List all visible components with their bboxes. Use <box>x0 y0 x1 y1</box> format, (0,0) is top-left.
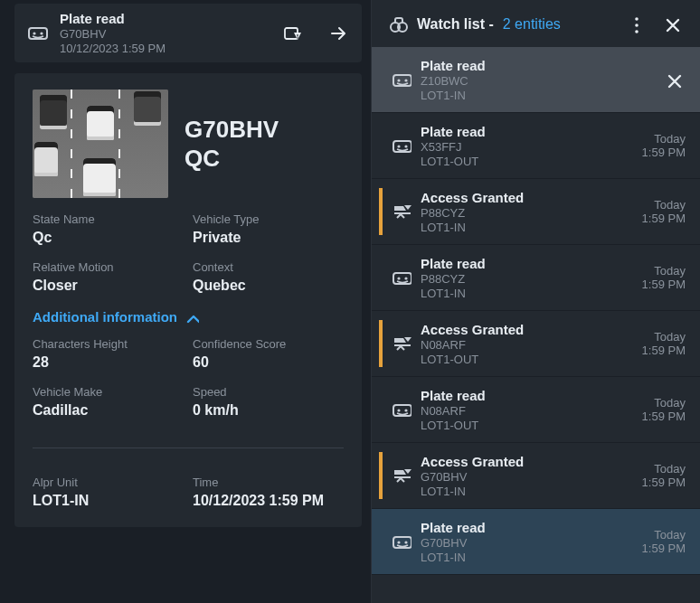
watchlist-item[interactable]: Plate readP88CYZLOT1-INToday1:59 PM <box>372 245 700 311</box>
header-datetime: 10/12/2023 1:59 PM <box>60 42 166 55</box>
field: Characters Height28 <box>33 337 184 371</box>
field: Alpr UnitLOT1-IN <box>33 476 184 509</box>
unpin-button[interactable] <box>660 67 686 92</box>
detail-card: G70BHV QC State NameQcVehicle TypePrivat… <box>14 73 362 527</box>
watchlist-item-body: Plate readG70BHVLOT1-IN <box>415 520 642 564</box>
event-lot: LOT1-OUT <box>421 155 642 168</box>
watchlist-close-button[interactable] <box>658 11 686 38</box>
event-type: Access Granted <box>421 190 642 205</box>
watchlist-item[interactable]: Plate readZ10BWCLOT1-IN <box>372 47 700 113</box>
field: Time10/12/2023 1:59 PM <box>193 476 344 509</box>
event-day: Today <box>642 264 686 278</box>
divider <box>33 448 344 448</box>
field-label: Alpr Unit <box>33 476 184 489</box>
plate-icon <box>388 136 415 155</box>
event-lot: LOT1-IN <box>421 485 642 498</box>
field-label: State Name <box>33 212 184 226</box>
event-lot: LOT1-OUT <box>421 353 642 366</box>
watchlist-item[interactable]: Plate readG70BHVLOT1-INToday1:59 PM <box>372 509 700 575</box>
event-type: Access Granted <box>421 454 642 469</box>
event-hour: 1:59 PM <box>642 542 686 555</box>
field-value: Cadillac <box>33 402 184 419</box>
status-bar <box>379 122 383 169</box>
event-lot: LOT1-OUT <box>421 419 642 432</box>
binoculars-icon <box>388 14 408 34</box>
access-icon <box>388 466 415 485</box>
event-hour: 1:59 PM <box>642 476 686 489</box>
warning-icon[interactable] <box>282 23 304 44</box>
watchlist-item[interactable]: Access GrantedN08ARFLOT1-OUTToday1:59 PM <box>372 311 700 377</box>
field-label: Confidence Score <box>193 337 344 351</box>
status-bar <box>379 386 383 433</box>
event-time: Today1:59 PM <box>642 264 686 291</box>
watchlist-list: Plate readZ10BWCLOT1-INPlate readX53FFJL… <box>372 47 700 603</box>
watchlist-menu-button[interactable] <box>622 11 649 38</box>
field: Vehicle MakeCadillac <box>33 385 184 419</box>
event-hour: 1:59 PM <box>642 410 686 423</box>
additional-info-label: Additional information <box>33 309 177 325</box>
event-day: Today <box>642 330 686 344</box>
event-type: Plate read <box>421 58 660 73</box>
event-plate: N08ARF <box>421 404 642 418</box>
field-value: 0 km/h <box>193 402 344 419</box>
field-value: Quebec <box>193 278 344 294</box>
event-type: Plate read <box>421 520 642 535</box>
detail-header: Plate read G70BHV 10/12/2023 1:59 PM <box>14 4 362 62</box>
watchlist-item-body: Plate readN08ARFLOT1-OUT <box>415 388 642 432</box>
additional-info-toggle[interactable]: Additional information <box>33 308 344 325</box>
event-plate: G70BHV <box>421 536 642 550</box>
watchlist-panel: Watch list - 2 entities Plate readZ10BWC… <box>371 0 700 603</box>
field: State NameQc <box>33 212 184 246</box>
event-time: Today1:59 PM <box>642 462 686 489</box>
status-bar <box>379 452 383 499</box>
field-value: 10/12/2023 1:59 PM <box>193 493 344 509</box>
vehicle-image <box>33 90 168 198</box>
watchlist-item-body: Plate readX53FFJLOT1-OUT <box>415 124 642 168</box>
plate-value: G70BHV <box>184 115 279 145</box>
event-hour: 1:59 PM <box>642 344 686 357</box>
watchlist-item-body: Access GrantedN08ARFLOT1-OUT <box>415 322 642 366</box>
field: Speed0 km/h <box>193 385 344 419</box>
field-value: Qc <box>33 230 184 246</box>
event-hour: 1:59 PM <box>642 278 686 291</box>
event-plate: G70BHV <box>421 470 642 484</box>
watchlist-header: Watch list - 2 entities <box>372 0 700 47</box>
field-value: LOT1-IN <box>33 493 184 509</box>
field-value: Private <box>193 230 344 246</box>
event-time: Today1:59 PM <box>642 330 686 357</box>
field: ContextQuebec <box>193 260 344 294</box>
event-type: Plate read <box>421 256 642 271</box>
field-label: Context <box>193 260 344 274</box>
detail-fields-primary: State NameQcVehicle TypePrivateRelative … <box>33 212 344 294</box>
event-lot: LOT1-IN <box>421 221 642 234</box>
navigate-arrow-icon[interactable] <box>327 23 349 44</box>
event-day: Today <box>642 528 686 542</box>
watchlist-item-body: Plate readP88CYZLOT1-IN <box>415 256 642 300</box>
field-value: 60 <box>193 354 344 371</box>
access-icon <box>388 334 415 353</box>
event-hour: 1:59 PM <box>642 212 686 225</box>
field-value: Closer <box>33 278 184 294</box>
status-bar <box>379 320 383 367</box>
watchlist-item[interactable]: Access GrantedG70BHVLOT1-INToday1:59 PM <box>372 443 700 509</box>
event-plate: X53FFJ <box>421 140 642 154</box>
plate-icon <box>388 268 415 287</box>
watchlist-item[interactable]: Access GrantedP88CYZLOT1-INToday1:59 PM <box>372 179 700 245</box>
watchlist-count[interactable]: 2 entities <box>503 16 561 33</box>
plate-icon <box>388 532 415 551</box>
event-lot: LOT1-IN <box>421 551 642 564</box>
field-value: 28 <box>33 354 184 371</box>
event-type: Access Granted <box>421 322 642 337</box>
watchlist-item-body: Access GrantedP88CYZLOT1-IN <box>415 190 642 234</box>
event-type: Plate read <box>421 388 642 403</box>
access-icon <box>388 202 415 221</box>
plate-icon <box>388 70 415 90</box>
left-panel: Plate read G70BHV 10/12/2023 1:59 PM <box>0 0 371 603</box>
watchlist-item[interactable]: Plate readN08ARFLOT1-OUTToday1:59 PM <box>372 377 700 443</box>
event-plate: Z10BWC <box>421 74 660 88</box>
field-label: Relative Motion <box>33 260 184 274</box>
event-time: Today1:59 PM <box>642 396 686 423</box>
watchlist-item[interactable]: Plate readX53FFJLOT1-OUTToday1:59 PM <box>372 113 700 179</box>
plate-icon <box>27 23 49 44</box>
field: Confidence Score60 <box>193 337 344 371</box>
